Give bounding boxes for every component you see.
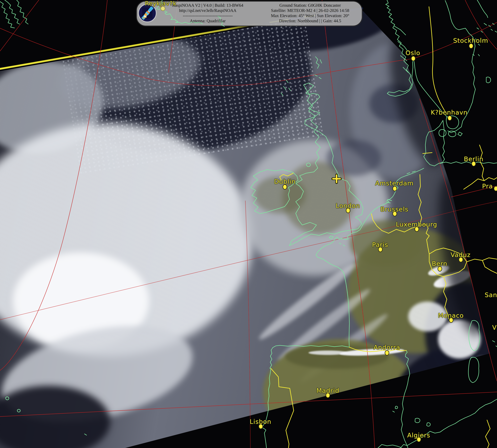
city-label-sanmarino-partial: San [485,291,497,299]
city-label-reykjavik: Reykjav?k [145,0,176,7]
coast-finland-aland [477,0,497,32]
coast-spain-north [270,345,349,368]
coast-gotland [486,77,491,83]
city-label-luxembourg: Luxembourg [396,221,437,228]
coast-fyn [439,129,446,137]
info-direction-gain-line: Direction: Northbound | | Gain: 44.5 [259,18,361,23]
city-dot-reykjavik [160,6,165,11]
border-algeria-tunisia [485,420,490,448]
info-satellite-line: Satellite: METEOR-M2 4 | 26-02-2026 14:5… [259,8,361,13]
satellite-capture-canvas: RaspiNOAA V2 | V4.0 | Build: 13-BW64 htt… [0,0,497,448]
city-label-stockholm: Stockholm [453,37,488,44]
coast-small-islands-uk [281,75,345,246]
city-dot-oslo [411,56,416,61]
ground-station-cross-marker [331,174,342,184]
info-ground-station-line: Ground Station: G0GHK Doncaster [259,3,361,8]
city-label-prague-partial: Pra [482,182,493,190]
city-label-andorra: Andorra [374,344,400,351]
city-label-brussels: Brussels [380,206,409,213]
coast-wadden-islands [386,171,415,203]
city-label-amsterdam: Amsterdam [375,179,413,187]
info-separator-line: ----------------------------------- [156,13,259,18]
coast-azores-islets [6,397,86,435]
city-label-london: London [336,202,360,209]
coast-iceland-fjords [0,0,28,28]
city-dot-andorra [385,350,389,356]
coast-isle-of-man [306,163,310,167]
coast-elba-islets [493,341,497,347]
info-box-right-column: Ground Station: G0GHK Doncaster Satellit… [259,3,361,23]
city-label-berlin: Berlin [464,155,483,162]
city-label-paris: Paris [372,241,388,248]
city-label-vaduz: Vaduz [451,251,471,258]
city-label-dublin: Dublin [274,178,296,185]
info-elevation-line: Max Elevation: 45° West | Sun Elevation:… [259,13,361,18]
city-label-lisbon: Lisbon [250,418,271,425]
city-label-monaco: Monaco [438,312,464,319]
coast-corsica [469,320,480,351]
info-url-line: http://qsl.net/ve3elb/RaspiNOAA [156,8,259,13]
coast-norway [386,0,447,117]
border-austria [467,258,497,273]
coast-netherlands-france [316,168,424,347]
coast-balearics [393,406,430,426]
border-norway-sweden [429,7,447,114]
info-antenna-line: Antenna: Quadrifilar [156,18,259,23]
city-label-oslo: Oslo [406,49,420,56]
border-germany-france [427,240,429,254]
city-label-madrid: Madrid [316,387,339,394]
coast-jutland [424,120,445,166]
city-dot-kobenhavn [447,115,452,121]
coast-shetland [315,57,322,68]
coast-portugal [261,368,271,448]
city-label-algiers: Algiers [407,432,430,439]
coast-danish-isles [448,131,462,137]
border-portugal-spain [271,368,294,448]
city-label-v-partial: V [492,324,497,331]
border-denmark-germany [423,153,432,154]
coast-ireland [251,170,298,214]
border-netherlands-germany [418,175,422,226]
coast-great-britain [289,83,363,246]
city-label-bern: Bern [432,260,447,267]
coast-sardinia [468,357,479,383]
city-label-kobenhavn: K?benhavn [431,109,468,116]
